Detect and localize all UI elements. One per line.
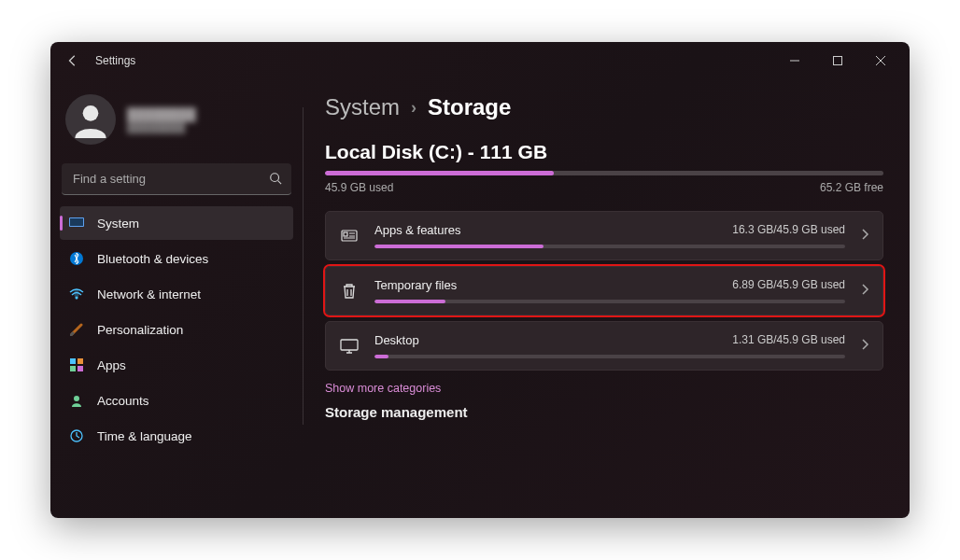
svg-rect-9 (70, 366, 76, 371)
disk-stats: 45.9 GB used 65.2 GB free (314, 181, 883, 211)
category-size: 16.3 GB/45.9 GB used (732, 223, 845, 237)
close-button[interactable] (859, 46, 902, 76)
nav-label: Accounts (97, 394, 149, 408)
nav-icon (69, 287, 84, 301)
breadcrumb-current: Storage (428, 94, 511, 120)
svg-point-6 (76, 297, 78, 300)
minimize-button[interactable] (773, 46, 816, 76)
settings-window: Settings ████████ ████████ (50, 42, 910, 518)
svg-rect-15 (341, 340, 358, 350)
sidebar-item-personalization[interactable]: Personalization (60, 313, 293, 346)
avatar (65, 94, 116, 145)
svg-point-11 (74, 396, 79, 401)
profile[interactable]: ████████ ████████ (60, 87, 293, 160)
category-row-apps-features[interactable]: Apps & features 16.3 GB/45.9 GB used (325, 211, 883, 260)
svg-rect-10 (78, 366, 83, 371)
category-bar (374, 355, 845, 358)
chevron-right-icon (860, 283, 869, 300)
search-box (62, 163, 291, 195)
apps-icon (339, 228, 360, 245)
nav-icon (69, 393, 84, 408)
window-controls (773, 46, 902, 76)
main-content: System › Storage Local Disk (C:) - 111 G… (303, 79, 910, 518)
sidebar-item-network-internet[interactable]: Network & internet (60, 277, 293, 311)
disk-used-label: 45.9 GB used (325, 181, 393, 194)
sidebar-item-apps[interactable]: Apps (60, 348, 293, 382)
trash-icon (339, 283, 360, 300)
nav-icon (69, 251, 84, 266)
category-name: Temporary files (374, 278, 457, 292)
breadcrumb-parent[interactable]: System (325, 94, 400, 120)
chevron-right-icon (860, 338, 869, 355)
nav-icon (69, 357, 84, 372)
sidebar-item-bluetooth-devices[interactable]: Bluetooth & devices (60, 242, 293, 275)
nav-label: Bluetooth & devices (97, 252, 208, 266)
profile-email: ████████ (127, 121, 196, 133)
nav-icon (69, 216, 84, 231)
nav-label: Network & internet (97, 287, 201, 301)
disk-usage-bar (325, 171, 883, 175)
nav: SystemBluetooth & devicesNetwork & inter… (60, 206, 293, 453)
category-bar (374, 245, 845, 248)
breadcrumb: System › Storage (314, 94, 883, 120)
disk-free-label: 65.2 GB free (820, 181, 883, 194)
show-more-link[interactable]: Show more categories (314, 371, 883, 404)
profile-name: ████████ (127, 107, 196, 121)
nav-label: Time & language (97, 429, 192, 443)
svg-rect-4 (70, 218, 83, 226)
svg-point-2 (271, 174, 279, 182)
category-name: Desktop (374, 333, 419, 347)
back-button[interactable] (58, 46, 88, 76)
titlebar: Settings (50, 42, 910, 79)
sidebar-item-system[interactable]: System (60, 206, 293, 240)
category-row-temporary-files[interactable]: Temporary files 6.89 GB/45.9 GB used (325, 266, 883, 315)
nav-label: System (97, 217, 139, 231)
nav-icon (69, 428, 84, 443)
app-title: Settings (95, 54, 135, 67)
svg-point-1 (83, 105, 99, 121)
nav-label: Apps (97, 358, 126, 372)
nav-icon (69, 322, 84, 337)
sidebar: ████████ ████████ SystemBluetooth & devi… (50, 79, 303, 518)
svg-rect-7 (70, 358, 76, 364)
search-input[interactable] (62, 163, 291, 195)
category-row-desktop[interactable]: Desktop 1.31 GB/45.9 GB used (325, 321, 883, 371)
maximize-button[interactable] (816, 46, 859, 76)
search-icon (269, 172, 282, 189)
disk-title: Local Disk (C:) - 111 GB (314, 141, 883, 163)
nav-label: Personalization (97, 323, 183, 337)
chevron-right-icon (860, 228, 869, 245)
category-name: Apps & features (374, 223, 461, 237)
svg-rect-8 (78, 358, 83, 364)
svg-rect-0 (834, 57, 842, 65)
chevron-right-icon: › (411, 98, 416, 118)
category-size: 6.89 GB/45.9 GB used (732, 278, 845, 292)
sidebar-item-accounts[interactable]: Accounts (60, 384, 293, 417)
section-heading: Storage management (314, 404, 883, 420)
category-list: Apps & features 16.3 GB/45.9 GB used Tem… (314, 211, 883, 371)
category-bar (374, 300, 845, 303)
sidebar-item-time-language[interactable]: Time & language (60, 419, 293, 453)
svg-rect-14 (344, 232, 347, 236)
category-size: 1.31 GB/45.9 GB used (732, 333, 845, 347)
desktop-icon (339, 339, 360, 354)
